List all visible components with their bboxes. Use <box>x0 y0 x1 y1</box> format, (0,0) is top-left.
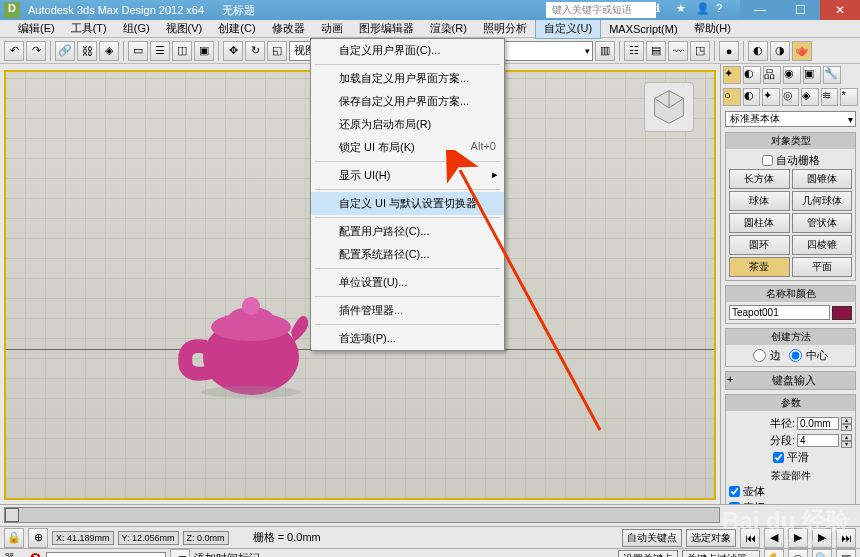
unlink-button[interactable]: ⛓ <box>77 41 97 61</box>
move-button[interactable]: ✥ <box>223 41 243 61</box>
dm-ui-defaults-switcher[interactable]: 自定义 UI 与默认设置切换器 <box>311 192 504 215</box>
cat-geometry[interactable]: ○ <box>723 88 741 106</box>
menu-animation[interactable]: 动画 <box>313 19 351 38</box>
menu-help[interactable]: 帮助(H) <box>686 19 739 38</box>
undo-button[interactable]: ↶ <box>4 41 24 61</box>
z-coord[interactable]: Z: 0.0mm <box>183 531 229 545</box>
menu-create[interactable]: 创建(C) <box>210 19 263 38</box>
radius-down[interactable]: ▾ <box>841 424 852 431</box>
dm-show-ui[interactable]: 显示 UI(H) <box>311 164 504 187</box>
btn-cylinder[interactable]: 圆柱体 <box>729 213 790 233</box>
btn-plane[interactable]: 平面 <box>792 257 853 277</box>
btn-box[interactable]: 长方体 <box>729 169 790 189</box>
rotate-button[interactable]: ↻ <box>245 41 265 61</box>
prompt-box[interactable] <box>46 552 166 558</box>
setkey-button[interactable]: 设置关键点 <box>618 550 678 558</box>
select-region-button[interactable]: ◫ <box>172 41 192 61</box>
btn-torus[interactable]: 圆环 <box>729 235 790 255</box>
time-marker[interactable] <box>5 508 19 522</box>
nav-pan-button[interactable]: ✋ <box>764 549 784 558</box>
favorite-icon[interactable]: ★ <box>676 2 690 16</box>
btn-sphere[interactable]: 球体 <box>729 191 790 211</box>
lock-button[interactable]: 🔒 <box>4 528 24 548</box>
align-button[interactable]: ☷ <box>624 41 644 61</box>
tab-display[interactable]: ▣ <box>803 66 821 84</box>
menu-customize[interactable]: 自定义(U) <box>535 18 601 39</box>
selobj-button[interactable]: 选定对象 <box>686 529 736 547</box>
keyfilter-button[interactable]: 关键点过滤器... <box>682 550 760 558</box>
part-body-cb[interactable] <box>729 486 740 497</box>
teapot-object[interactable] <box>176 272 316 402</box>
menu-modifiers[interactable]: 修改器 <box>264 19 313 38</box>
search-box[interactable]: 键入关键字或短语 <box>546 2 656 18</box>
dm-preferences[interactable]: 首选项(P)... <box>311 327 504 350</box>
btn-tube[interactable]: 管状体 <box>792 213 853 233</box>
params-header[interactable]: 参数 <box>726 395 855 411</box>
select-name-button[interactable]: ☰ <box>150 41 170 61</box>
object-type-header[interactable]: 对象类型 <box>726 133 855 149</box>
render-frame-button[interactable]: ◑ <box>770 41 790 61</box>
nav-zoom-button[interactable]: 🔍 <box>812 549 832 558</box>
bind-button[interactable]: ◈ <box>99 41 119 61</box>
cat-spacewarps[interactable]: ≋ <box>821 88 839 106</box>
smooth-checkbox[interactable] <box>773 452 784 463</box>
minimize-button[interactable]: — <box>740 0 780 20</box>
dm-user-paths[interactable]: 配置用户路径(C)... <box>311 220 504 243</box>
name-color-header[interactable]: 名称和颜色 <box>726 286 855 302</box>
btn-geosphere[interactable]: 几何球体 <box>792 191 853 211</box>
tab-modify[interactable]: ◐ <box>743 66 761 84</box>
select-button[interactable]: ▭ <box>128 41 148 61</box>
redo-button[interactable]: ↷ <box>26 41 46 61</box>
menu-grapheditors[interactable]: 图形编辑器 <box>351 19 422 38</box>
close-button[interactable]: ✕ <box>820 0 860 20</box>
viewcube[interactable] <box>644 82 694 132</box>
autogrid-checkbox[interactable] <box>762 155 773 166</box>
btn-teapot[interactable]: 茶壶 <box>729 257 790 277</box>
menu-group[interactable]: 组(G) <box>115 19 158 38</box>
cat-shapes[interactable]: ◐ <box>743 88 761 106</box>
menu-rendering[interactable]: 渲染(R) <box>422 19 475 38</box>
dm-custom-ui[interactable]: 自定义用户界面(C)... <box>311 39 504 62</box>
tab-utilities[interactable]: 🔧 <box>823 66 841 84</box>
radius-input[interactable] <box>797 417 839 430</box>
object-name-input[interactable] <box>729 305 830 320</box>
segments-down[interactable]: ▾ <box>841 441 852 448</box>
tag-button[interactable]: 🏷 <box>170 549 190 558</box>
autokey-button[interactable]: 自动关键点 <box>622 529 682 547</box>
btn-pyramid[interactable]: 四棱锥 <box>792 235 853 255</box>
dm-load-scheme[interactable]: 加载自定义用户界面方案... <box>311 67 504 90</box>
menu-maxscript[interactable]: MAXScript(M) <box>601 21 685 37</box>
nav-orbit-button[interactable]: ◎ <box>788 549 808 558</box>
cat-systems[interactable]: * <box>840 88 858 106</box>
keyboard-input-header[interactable]: +键盘输入 <box>726 372 855 389</box>
tab-hierarchy[interactable]: 品 <box>763 66 781 84</box>
link-button[interactable]: 🔗 <box>55 41 75 61</box>
render-button[interactable]: 🫖 <box>792 41 812 61</box>
radio-center[interactable] <box>789 349 802 362</box>
cat-lights[interactable]: ✦ <box>762 88 780 106</box>
filter-button[interactable]: ▣ <box>194 41 214 61</box>
schematic-button[interactable]: ◳ <box>690 41 710 61</box>
material-button[interactable]: ● <box>719 41 739 61</box>
create-method-header[interactable]: 创建方法 <box>726 329 855 345</box>
scale-button[interactable]: ◱ <box>267 41 287 61</box>
curve-editor-button[interactable]: 〰 <box>668 41 688 61</box>
btn-cone[interactable]: 圆锥体 <box>792 169 853 189</box>
y-coord[interactable]: Y: 12.056mm <box>118 531 179 545</box>
menu-edit[interactable]: 编辑(E) <box>10 19 63 38</box>
person-icon[interactable]: 👤 <box>696 2 710 16</box>
cat-cameras[interactable]: ◎ <box>782 88 800 106</box>
segments-input[interactable] <box>797 434 839 447</box>
mirror-button[interactable]: ▥ <box>595 41 615 61</box>
dm-units[interactable]: 单位设置(U)... <box>311 271 504 294</box>
info-icon[interactable]: ℹ <box>656 2 670 16</box>
dm-save-scheme[interactable]: 保存自定义用户界面方案... <box>311 90 504 113</box>
tab-create[interactable]: ✦ <box>723 66 741 84</box>
abs-button[interactable]: ⊕ <box>28 528 48 548</box>
dm-revert-layout[interactable]: 还原为启动布局(R) <box>311 113 504 136</box>
segments-up[interactable]: ▴ <box>841 434 852 441</box>
tab-motion[interactable]: ◉ <box>783 66 801 84</box>
menu-views[interactable]: 视图(V) <box>158 19 211 38</box>
radius-up[interactable]: ▴ <box>841 417 852 424</box>
play-start-button[interactable]: ⏮ <box>740 528 760 548</box>
